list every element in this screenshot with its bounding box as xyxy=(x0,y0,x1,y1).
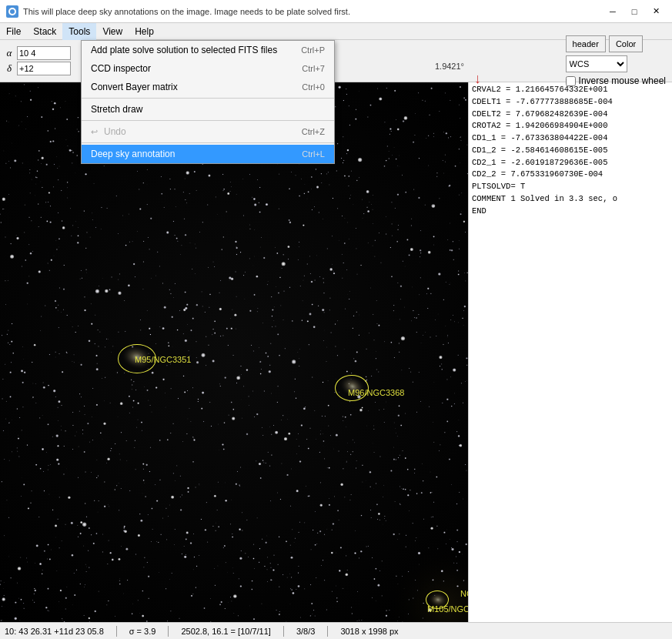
header-line: END xyxy=(472,206,669,218)
delta-input[interactable] xyxy=(17,62,71,75)
delta-label: δ xyxy=(3,62,15,75)
header-color-row: header Color xyxy=(566,35,666,52)
inverse-mouse-checkbox[interactable] xyxy=(566,76,576,86)
menu-stack[interactable]: Stack xyxy=(27,23,62,40)
delta-row: δ xyxy=(3,62,92,75)
header-button[interactable]: header xyxy=(566,35,606,52)
status-sigma: σ = 3.9 xyxy=(129,627,156,636)
header-line: COMMENT 1 Solved in 3.3 sec, o xyxy=(472,193,669,206)
status-pixel: 2502.8, 16.1 = [10/7/11] xyxy=(181,627,271,636)
header-line: CD1_2 = -2.584614608615E-005 xyxy=(472,145,669,157)
arrow-down-indicator: ↓ xyxy=(474,71,481,87)
menu-separator-1 xyxy=(82,98,334,99)
status-coords: 10: 43 26.31 +11d 23 05.8 xyxy=(5,627,104,636)
wcs-select[interactable]: WCS xyxy=(566,55,627,72)
close-button[interactable]: ✕ xyxy=(646,4,666,19)
menu-separator-3 xyxy=(82,142,334,143)
menu-undo: ↩ Undo Ctrl+Z xyxy=(82,122,334,141)
header-panel: CRVAL2 = 1.216645764332E+001CDELT1 = -7.… xyxy=(468,82,672,622)
titlebar: This will place deep sky annotations on … xyxy=(0,0,672,23)
status-size: 3018 x 1998 px xyxy=(340,627,398,636)
alpha-input[interactable] xyxy=(17,46,71,60)
convert-bayer-shortcut: Ctrl+0 xyxy=(302,82,325,92)
menu-convert-bayer[interactable]: Convert Bayer matrix Ctrl+0 xyxy=(82,78,334,96)
menu-ccd-inspector[interactable]: CCD inspector Ctrl+7 xyxy=(82,59,334,78)
menu-deep-sky[interactable]: Deep sky annotation Ctrl+L xyxy=(82,145,334,163)
add-plate-solve-label: Add plate solve solution to selected FIT… xyxy=(91,45,277,55)
tools-dropdown: Add plate solve solution to selected FIT… xyxy=(81,40,335,164)
status-sep-2 xyxy=(168,626,169,637)
app-icon xyxy=(6,5,18,18)
header-line: CD2_1 = -2.601918729636E-005 xyxy=(472,157,669,169)
svg-point-1 xyxy=(10,9,15,14)
ccd-inspector-shortcut: Ctrl+7 xyxy=(302,64,325,73)
header-content[interactable]: CRVAL2 = 1.216645764332E+001CDELT1 = -7.… xyxy=(469,82,672,622)
menu-separator-2 xyxy=(82,120,334,121)
undo-shortcut: Ctrl+Z xyxy=(302,127,325,136)
header-line: CD1_1 = -7.673363804422E-004 xyxy=(472,132,669,145)
minimize-button[interactable]: ─ xyxy=(603,4,623,19)
toolbar-right-section: header Color WCS Inverse mouse wheel xyxy=(566,35,666,86)
undo-label: Undo xyxy=(104,126,126,137)
maximize-button[interactable]: □ xyxy=(624,4,644,19)
angle-value: 1.9421° xyxy=(435,62,464,71)
window-controls: ─ □ ✕ xyxy=(603,4,666,19)
color-button[interactable]: Color xyxy=(609,35,643,52)
ccd-inspector-label: CCD inspector xyxy=(91,63,151,74)
status-sep-3 xyxy=(283,626,284,637)
deep-sky-shortcut: Ctrl+L xyxy=(302,149,325,159)
window-title: This will place deep sky annotations on … xyxy=(23,7,603,16)
stretch-draw-label: Stretch draw xyxy=(91,104,142,115)
convert-bayer-label: Convert Bayer matrix xyxy=(91,82,178,92)
status-sep-1 xyxy=(116,626,117,637)
alpha-row: α xyxy=(3,46,92,60)
wcs-row: WCS xyxy=(566,55,666,72)
header-line: CDELT2 = 7.679682482639E-004 xyxy=(472,109,669,121)
header-line: CROTA2 = 1.942066984904E+000 xyxy=(472,120,669,132)
inverse-mouse-label: Inverse mouse wheel xyxy=(579,75,666,86)
menu-stretch-draw[interactable]: Stretch draw xyxy=(82,100,334,119)
header-line: CDELT1 = -7.677773888685E-004 xyxy=(472,96,669,109)
status-page: 3/8/3 xyxy=(296,627,315,636)
menu-help[interactable]: Help xyxy=(129,23,160,40)
deep-sky-label: Deep sky annotation xyxy=(91,149,175,159)
statusbar: 10: 43 26.31 +11d 23 05.8 σ = 3.9 2502.8… xyxy=(0,622,672,639)
menu-view[interactable]: View xyxy=(96,23,129,40)
coord-area: α δ xyxy=(3,46,92,75)
add-plate-solve-shortcut: Ctrl+P xyxy=(301,45,325,55)
header-line: CD2_2 = 7.675331960730E-004 xyxy=(472,169,669,181)
inverse-mouse-row: Inverse mouse wheel xyxy=(566,75,666,86)
undo-arrow-icon: ↩ xyxy=(91,127,98,137)
menu-tools[interactable]: Tools xyxy=(62,23,96,40)
menu-add-plate-solve[interactable]: Add plate solve solution to selected FIT… xyxy=(82,41,334,59)
alpha-label: α xyxy=(3,47,15,59)
status-sep-4 xyxy=(327,626,328,637)
menu-file[interactable]: File xyxy=(0,23,27,40)
header-line: PLTSOLVD= T xyxy=(472,181,669,193)
